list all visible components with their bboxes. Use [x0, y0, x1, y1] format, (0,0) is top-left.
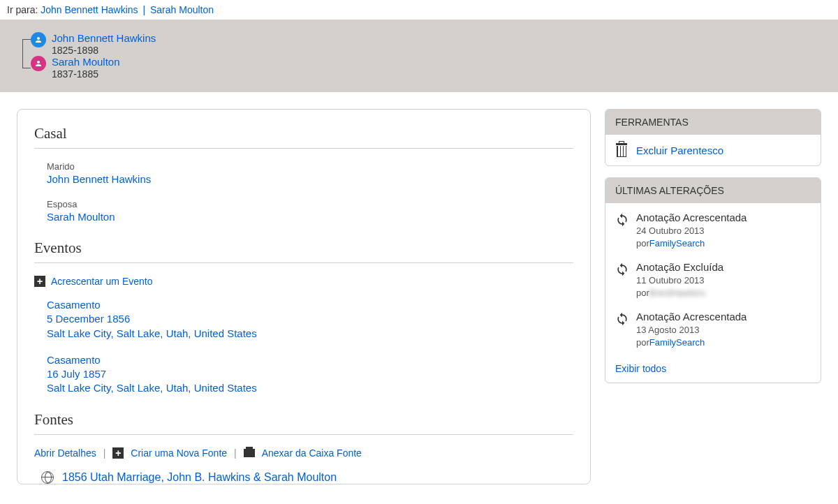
show-all-link[interactable]: Exibir todos [615, 363, 666, 374]
sync-icon [615, 312, 629, 326]
event-place: Salt Lake City, Salt Lake, Utah, United … [47, 381, 573, 395]
goto-person-1[interactable]: John Bennett Hawkins [41, 4, 138, 15]
couple-header: John Bennett Hawkins 1825-1898 Sarah Mou… [0, 20, 838, 92]
goto-nav: Ir para: John Bennett Hawkins | Sarah Mo… [0, 0, 838, 20]
change-date: 11 Outubro 2013 [636, 275, 723, 286]
delete-relationship-link[interactable]: Excluir Parentesco [636, 144, 723, 156]
change-date: 13 Agosto 2013 [636, 325, 747, 335]
sources-actions: Abrir Detalhes | + Criar uma Nova Fonte … [34, 447, 573, 459]
change-by-label: por [636, 337, 649, 348]
tree-bracket [22, 39, 31, 68]
source-title[interactable]: 1856 Utah Marriage, John B. Hawkins & Sa… [62, 471, 337, 484]
divider [34, 262, 573, 263]
event-type: Casamento [47, 298, 573, 312]
globe-icon [41, 471, 54, 484]
change-by-label: por [636, 288, 649, 298]
divider [34, 148, 573, 149]
goto-label: Ir para: [7, 4, 38, 15]
change-title: Anotação Acrescentada [636, 311, 747, 323]
event-date: 5 December 1856 [47, 312, 573, 326]
change-item: Anotação Excluída 11 Outubro 2013 porBre… [615, 261, 811, 298]
event-item[interactable]: Casamento 5 December 1856 Salt Lake City… [47, 298, 573, 341]
event-place: Salt Lake City, Salt Lake, Utah, United … [47, 327, 573, 341]
event-type: Casamento [47, 353, 573, 367]
female-person-icon [31, 56, 46, 71]
change-by-label: por [636, 238, 649, 249]
change-user-link[interactable]: BrentHawkins [649, 288, 705, 298]
source-item[interactable]: 1856 Utah Marriage, John B. Hawkins & Sa… [41, 471, 573, 484]
wife-value[interactable]: Sarah Moulton [47, 211, 115, 223]
sync-icon [615, 262, 629, 276]
separator: | [234, 447, 237, 459]
attach-source-link[interactable]: Anexar da Caixa Fonte [262, 447, 362, 459]
change-item: Anotação Acrescentada 24 Outubro 2013 po… [615, 212, 811, 249]
plus-icon: + [112, 447, 124, 459]
change-title: Anotação Excluída [636, 261, 723, 273]
husband-row: John Bennett Hawkins 1825-1898 [31, 32, 825, 56]
sync-icon [615, 213, 629, 227]
add-event-link[interactable]: Acrescentar um Evento [51, 276, 153, 287]
change-item: Anotação Acrescentada 13 Agosto 2013 por… [615, 311, 811, 348]
plus-icon: + [34, 276, 45, 287]
wife-row: Sarah Moulton 1837-1885 [31, 56, 825, 80]
change-title: Anotação Acrescentada [636, 212, 747, 223]
new-source-link[interactable]: Criar uma Nova Fonte [131, 447, 227, 459]
changes-heading: ÚLTIMAS ALTERAÇÕES [605, 178, 821, 203]
separator: | [103, 447, 106, 459]
goto-separator: | [142, 4, 145, 15]
wife-dates: 1837-1885 [52, 68, 120, 80]
husband-dates: 1825-1898 [52, 45, 156, 56]
husband-value[interactable]: John Bennett Hawkins [47, 173, 151, 185]
open-details-link[interactable]: Abrir Detalhes [34, 447, 96, 459]
husband-name-link[interactable]: John Bennett Hawkins [52, 32, 156, 44]
event-item[interactable]: Casamento 16 July 1857 Salt Lake City, S… [47, 353, 573, 396]
tools-card: FERRAMENTAS Excluir Parentesco [605, 109, 821, 166]
event-date: 16 July 1857 [47, 367, 573, 381]
male-person-icon [31, 32, 46, 47]
add-event-row[interactable]: + Acrescentar um Evento [34, 276, 573, 287]
sidebar: FERRAMENTAS Excluir Parentesco ÚLTIMAS A… [605, 109, 821, 394]
change-user-link[interactable]: FamilySearch [649, 337, 705, 348]
goto-person-2[interactable]: Sarah Moulton [150, 4, 214, 15]
sources-section-title: Fontes [34, 408, 573, 429]
delete-relationship-row[interactable]: Excluir Parentesco [615, 143, 811, 157]
events-section-title: Eventos [34, 237, 573, 257]
couple-section-title: Casal [34, 122, 573, 142]
change-user-link[interactable]: FamilySearch [649, 238, 705, 249]
trash-icon [615, 143, 628, 157]
divider [34, 434, 573, 435]
source-box-icon [244, 449, 255, 457]
change-date: 24 Outubro 2013 [636, 225, 747, 236]
changes-card: ÚLTIMAS ALTERAÇÕES Anotação Acrescentada… [605, 177, 821, 383]
main-card: Casal Marido John Bennett Hawkins Esposa… [17, 109, 591, 484]
wife-label: Esposa [47, 199, 573, 209]
husband-label: Marido [47, 161, 573, 172]
wife-name-link[interactable]: Sarah Moulton [52, 56, 120, 68]
tools-heading: FERRAMENTAS [605, 110, 821, 135]
